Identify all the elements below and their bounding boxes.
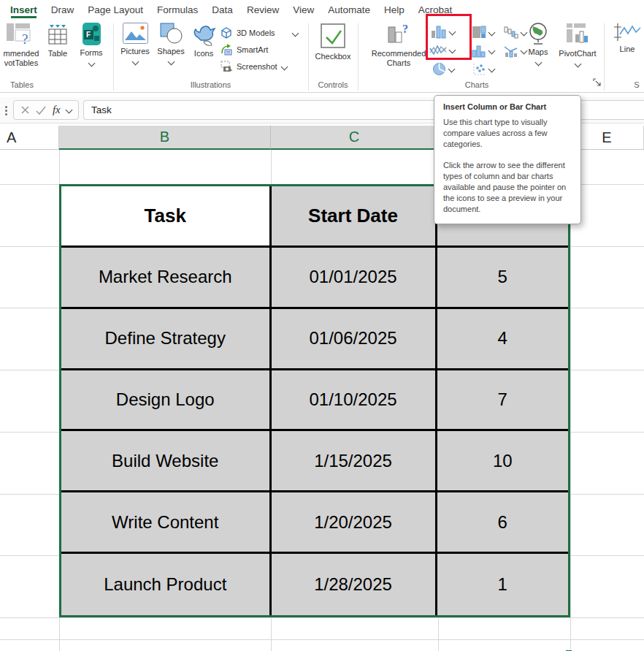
- table-cell[interactable]: 5: [437, 248, 568, 309]
- screenshot-label: Screenshot: [237, 62, 277, 71]
- pictures-button[interactable]: Pictures: [117, 22, 153, 64]
- pictures-label: Pictures: [120, 47, 150, 56]
- excel-window: Insert Draw Page Layout Formulas Data Re…: [0, 0, 644, 651]
- insert-scatter-chart-button[interactable]: [472, 62, 494, 76]
- recommended-pivottables-button[interactable]: ? mmended votTables: [0, 22, 42, 68]
- insert-pie-chart-button[interactable]: [432, 62, 454, 76]
- maps-label: Maps: [529, 47, 548, 57]
- pivotchart-label: PivotChart: [559, 49, 596, 58]
- cell-startdate-header[interactable]: Start Date: [272, 186, 437, 248]
- tooltip-paragraph: Use this chart type to visually compare …: [443, 117, 572, 151]
- chevron-down-icon: [488, 28, 496, 36]
- chevron-down-icon: [448, 66, 456, 73]
- table-cell[interactable]: 1/28/2025: [272, 554, 437, 615]
- recommended-charts-label: Recommended: [372, 49, 426, 58]
- tooltip-title: Insert Column or Bar Chart: [443, 102, 572, 111]
- column-header-b[interactable]: B: [59, 126, 271, 150]
- tab-help[interactable]: Help: [384, 4, 405, 15]
- ribbon: ? mmended votTables Table F Forms: [0, 19, 644, 93]
- recommended-charts-button[interactable]: ? Recommended Charts: [368, 22, 429, 68]
- table-cell[interactable]: Build Website: [61, 431, 272, 492]
- tab-data[interactable]: Data: [212, 4, 233, 15]
- treemap-chart-icon: [472, 26, 486, 39]
- pivotchart-button[interactable]: PivotChart: [555, 22, 600, 66]
- controls-group-label: Controls: [308, 80, 358, 89]
- chevron-down-icon: [88, 60, 95, 67]
- shapes-icon: [159, 22, 183, 45]
- cell-task-header[interactable]: Task: [61, 186, 272, 248]
- chevron-down-icon: [574, 61, 581, 68]
- red-highlight-box: [426, 14, 472, 60]
- formula-buttons: fx: [13, 100, 79, 120]
- forms-label: Forms: [80, 48, 102, 58]
- tab-view[interactable]: View: [293, 4, 314, 15]
- dialog-launcher-icon: [593, 78, 601, 86]
- table-cell[interactable]: 6: [437, 492, 568, 554]
- gridline: [570, 150, 571, 651]
- chevron-down-icon: [131, 58, 139, 66]
- table-button[interactable]: Table: [41, 22, 74, 58]
- charts-dialog-launcher[interactable]: [593, 76, 601, 89]
- tab-page-layout[interactable]: Page Layout: [88, 4, 143, 15]
- table-cell[interactable]: Launch Product: [61, 554, 272, 615]
- insert-statistic-chart-button[interactable]: [471, 44, 494, 58]
- table-cell[interactable]: Define Strategy: [61, 309, 272, 370]
- scatter-chart-icon: [472, 62, 486, 76]
- histogram-chart-icon: [471, 44, 486, 58]
- tab-draw[interactable]: Draw: [51, 4, 74, 15]
- table-cell[interactable]: 01/10/2025: [272, 370, 437, 432]
- enter-check-icon[interactable]: [36, 106, 46, 115]
- sparkline-line-label: Line: [620, 45, 635, 54]
- group-divider: [358, 23, 359, 91]
- sparkline-line-icon: [613, 22, 642, 42]
- tab-automate[interactable]: Automate: [328, 4, 370, 15]
- recommended-pivottables-label2: votTables: [4, 58, 38, 68]
- chevron-down-icon: [534, 59, 542, 66]
- 3d-models-button[interactable]: 3D Models: [221, 27, 298, 39]
- sparklines-group-label-partial: S: [629, 80, 644, 89]
- table-cell[interactable]: 1/20/2025: [272, 492, 437, 554]
- pie-chart-icon: [432, 62, 446, 76]
- insert-hierarchy-chart-button[interactable]: [472, 26, 494, 39]
- tab-insert[interactable]: Insert: [10, 4, 37, 15]
- maps-button[interactable]: Maps: [523, 22, 553, 65]
- table-cell[interactable]: Market Research: [61, 248, 272, 309]
- sheet-grid[interactable]: Task Start Date Duration Market Research…: [0, 150, 644, 651]
- chevron-down-icon: [167, 58, 175, 66]
- insert-column-chart-tooltip: Insert Column or Bar Chart Use this char…: [434, 95, 581, 224]
- tab-formulas[interactable]: Formulas: [157, 4, 198, 15]
- chevron-down-icon: [66, 107, 73, 114]
- chevron-down-icon: [291, 29, 299, 37]
- pivotchart-icon: [565, 22, 590, 47]
- gridline: [0, 617, 644, 618]
- svg-text:?: ?: [22, 31, 28, 47]
- pictures-icon: [122, 22, 149, 45]
- forms-button[interactable]: F Forms: [74, 22, 108, 66]
- tab-review[interactable]: Review: [247, 4, 279, 15]
- column-header-e[interactable]: E: [570, 126, 644, 150]
- table-cell[interactable]: 7: [437, 370, 568, 432]
- table-cell[interactable]: Write Content: [61, 492, 272, 554]
- icons-button[interactable]: Icons: [188, 22, 219, 58]
- table-cell[interactable]: 01/01/2025: [272, 248, 437, 309]
- checkbox-button[interactable]: Checkbox: [314, 22, 352, 61]
- tooltip-paragraph: Click the arrow to see the different typ…: [443, 160, 572, 216]
- table-cell[interactable]: 1/15/2025: [272, 431, 437, 492]
- sparkline-line-button[interactable]: Line: [610, 22, 644, 54]
- table-cell[interactable]: Design Logo: [61, 370, 272, 432]
- shapes-button[interactable]: Shapes: [155, 22, 187, 64]
- cancel-icon[interactable]: [20, 105, 30, 115]
- column-header-a[interactable]: A: [0, 126, 59, 150]
- table-cell[interactable]: 4: [437, 309, 568, 370]
- combo-chart-icon: [503, 44, 518, 58]
- recommended-charts-icon: ?: [386, 22, 412, 47]
- table-cell[interactable]: 10: [437, 431, 568, 492]
- screenshot-button[interactable]: Screenshot: [221, 61, 287, 72]
- forms-icon: F: [82, 22, 101, 46]
- smartart-button[interactable]: SmartArt: [221, 44, 268, 56]
- insert-function-button[interactable]: fx: [53, 104, 61, 116]
- chevron-down-icon: [488, 47, 496, 55]
- table-cell[interactable]: 1: [437, 554, 568, 615]
- table-cell[interactable]: 01/06/2025: [272, 309, 437, 370]
- column-header-c[interactable]: C: [271, 126, 438, 150]
